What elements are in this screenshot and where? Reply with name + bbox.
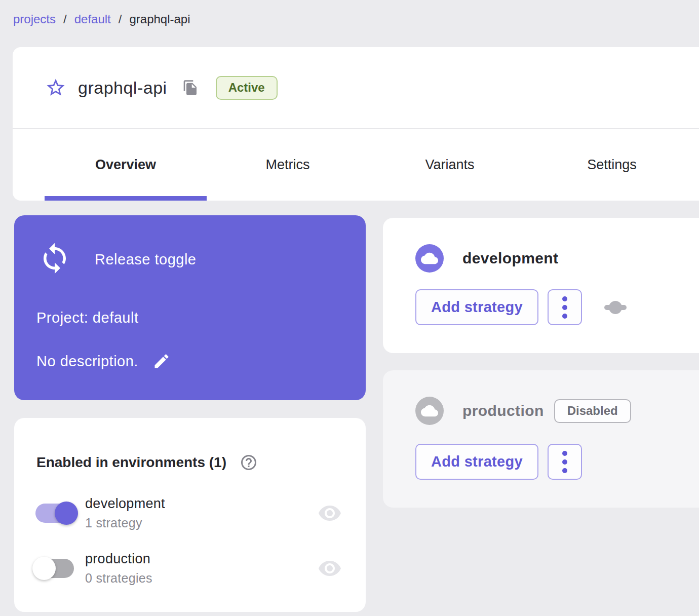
breadcrumb-current: graphql-api — [129, 12, 190, 26]
visibility-eye-icon[interactable] — [318, 501, 342, 525]
feature-title-row: graphql-api Active — [13, 47, 699, 128]
breadcrumb-separator: / — [63, 12, 67, 26]
toggle-thumb — [32, 557, 56, 580]
environment-name: production — [85, 551, 152, 567]
tab-overview[interactable]: Overview — [45, 129, 207, 201]
toggle-thumb — [55, 502, 78, 525]
kebab-menu-icon[interactable] — [548, 289, 582, 325]
kebab-dot — [562, 468, 567, 473]
enabled-environments-card: Enabled in environments (1) development … — [14, 418, 366, 612]
add-strategy-button[interactable]: Add strategy — [415, 444, 538, 480]
feature-header-card: graphql-api Active Overview Metrics Vari… — [13, 47, 699, 201]
description-label: No description. — [36, 353, 138, 370]
production-environment-card: production Disabled Add strategy — [383, 370, 699, 508]
kebab-dot — [562, 296, 567, 301]
project-label: Project: default — [36, 310, 138, 326]
cloud-icon — [415, 397, 444, 425]
kebab-dot — [562, 451, 567, 456]
kebab-menu-icon[interactable] — [548, 444, 582, 480]
tab-settings[interactable]: Settings — [531, 129, 693, 201]
help-icon[interactable] — [240, 453, 258, 472]
environment-row-development: development 1 strategy — [35, 493, 342, 533]
visibility-eye-icon[interactable] — [318, 556, 342, 581]
environment-strategy-count: 0 strategies — [85, 571, 152, 586]
kebab-dot — [562, 305, 567, 310]
copy-icon[interactable] — [182, 80, 199, 96]
toggle-type-label: Release toggle — [95, 251, 196, 268]
pencil-icon[interactable] — [152, 352, 171, 370]
slider-icon — [604, 300, 627, 315]
production-toggle-switch[interactable] — [35, 556, 76, 581]
disabled-badge: Disabled — [554, 399, 631, 423]
breadcrumb-separator: / — [119, 12, 122, 26]
environment-name: development — [85, 496, 165, 512]
development-toggle-switch[interactable] — [35, 501, 76, 525]
active-tab-indicator — [45, 196, 207, 201]
kebab-dot — [562, 459, 567, 465]
breadcrumb-link-default[interactable]: default — [74, 12, 111, 26]
add-strategy-button[interactable]: Add strategy — [415, 289, 538, 325]
tab-variants[interactable]: Variants — [369, 129, 531, 201]
status-badge: Active — [216, 76, 278, 100]
tab-bar: Overview Metrics Variants Settings — [45, 129, 693, 201]
page-title: graphql-api — [78, 78, 167, 98]
feature-overview-card: Release toggle Project: default No descr… — [14, 215, 366, 400]
environment-row-production: production 0 strategies — [35, 548, 342, 589]
kebab-dot — [562, 314, 567, 319]
favorite-star-icon[interactable] — [45, 76, 67, 99]
enabled-environments-heading: Enabled in environments (1) — [36, 454, 226, 471]
loop-icon — [38, 242, 71, 277]
tab-metrics[interactable]: Metrics — [207, 129, 369, 201]
breadcrumb: projects / default / graphql-api — [13, 12, 190, 26]
development-environment-card: development Add strategy — [383, 218, 699, 353]
environment-card-title: production — [462, 402, 544, 419]
environment-card-title: development — [462, 250, 558, 267]
environment-strategy-count: 1 strategy — [85, 516, 165, 530]
cloud-icon — [415, 244, 444, 273]
breadcrumb-link-projects[interactable]: projects — [13, 12, 56, 26]
